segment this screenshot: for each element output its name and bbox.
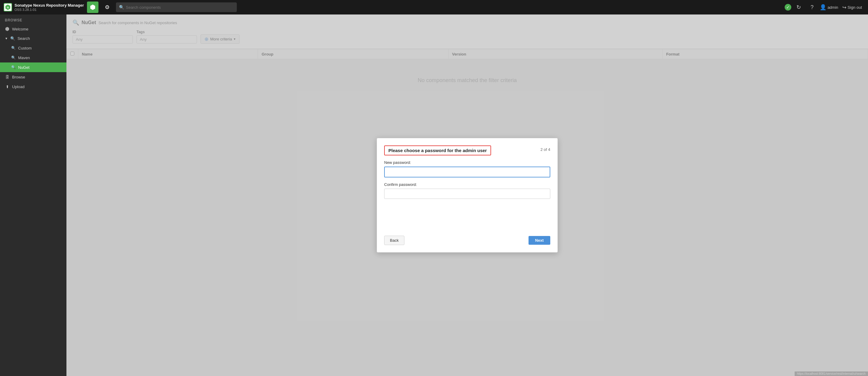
brand: N Sonatype Nexus Repository Manager OSS …: [4, 3, 84, 11]
modal-footer: Back Next: [384, 236, 550, 245]
search-icon: 🔍: [119, 5, 124, 10]
sidebar-item-welcome[interactable]: Welcome: [0, 24, 66, 34]
browse-icon: 🗄: [5, 74, 10, 79]
sidebar-item-search-group[interactable]: ▼ 🔍 Search: [0, 34, 66, 43]
sidebar-item-upload[interactable]: ⬆ Upload: [0, 82, 66, 92]
confirm-password-field: Confirm password:: [384, 182, 550, 199]
modal-overlay: Please choose a password for the admin u…: [66, 14, 868, 376]
sidebar-nuget-label: NuGet: [18, 65, 30, 70]
search-icon-sidebar: 🔍: [10, 36, 15, 41]
sidebar-item-welcome-label: Welcome: [12, 27, 28, 31]
new-password-label: New password:: [384, 160, 550, 165]
status-check-icon: ✓: [785, 4, 791, 10]
search-bar[interactable]: 🔍: [116, 2, 237, 12]
password-modal: Please choose a password for the admin u…: [377, 138, 558, 252]
app-layout: Browse Welcome ▼ 🔍 Search 🔍 Custom 🔍 Mav…: [0, 14, 868, 376]
main-content: 🔍 NuGet Search for components in NuGet r…: [66, 14, 868, 376]
topnav: N Sonatype Nexus Repository Manager OSS …: [0, 0, 868, 14]
sidebar: Browse Welcome ▼ 🔍 Search 🔍 Custom 🔍 Mav…: [0, 14, 66, 376]
topnav-right: ✓ ↻ ? 👤 admin ↪ Sign out: [785, 1, 864, 13]
sidebar-maven-label: Maven: [18, 56, 30, 60]
modal-title-box: Please choose a password for the admin u…: [384, 145, 491, 156]
app-name: Sonatype Nexus Repository Manager: [14, 3, 84, 8]
sidebar-item-nuget[interactable]: 🔍 NuGet: [0, 63, 66, 72]
svg-marker-2: [90, 4, 95, 10]
upload-icon: ⬆: [5, 84, 10, 89]
user-menu[interactable]: 👤 admin: [820, 4, 838, 10]
settings-icon-btn[interactable]: ⚙: [101, 1, 113, 13]
search-input[interactable]: [126, 5, 234, 10]
chevron-down-icon: ▼: [5, 37, 8, 40]
search-icon-custom: 🔍: [11, 45, 16, 50]
confirm-password-label: Confirm password:: [384, 182, 550, 187]
help-icon: ?: [811, 4, 814, 10]
signout-icon: ↪: [842, 4, 846, 10]
sidebar-custom-label: Custom: [18, 46, 32, 50]
app-logo: N: [4, 3, 12, 11]
refresh-icon: ↻: [797, 4, 801, 10]
sidebar-item-custom[interactable]: 🔍 Custom: [0, 43, 66, 53]
sidebar-upload-label: Upload: [12, 84, 25, 89]
sidebar-browse-label: Browse: [12, 75, 25, 79]
search-icon-maven: 🔍: [11, 55, 16, 60]
refresh-button[interactable]: ↻: [793, 1, 805, 13]
app-version: OSS 3.28.1-01: [14, 8, 84, 11]
signout-button[interactable]: ↪ Sign out: [840, 3, 864, 11]
new-password-field: New password:: [384, 160, 550, 177]
modal-step: 2 of 4: [540, 145, 550, 152]
modal-header: Please choose a password for the admin u…: [384, 145, 550, 156]
hexagon-icon: [5, 27, 10, 31]
next-button[interactable]: Next: [529, 236, 550, 245]
confirm-password-input[interactable]: [384, 189, 550, 199]
user-icon: 👤: [820, 4, 826, 10]
svg-text:N: N: [7, 6, 9, 9]
search-icon-nuget: 🔍: [11, 65, 16, 70]
svg-marker-3: [5, 27, 9, 31]
help-button[interactable]: ?: [806, 1, 818, 13]
sidebar-search-label: Search: [18, 36, 30, 41]
modal-title: Please choose a password for the admin u…: [389, 148, 487, 153]
sidebar-browse-title: Browse: [0, 14, 66, 24]
username-label: admin: [828, 5, 838, 10]
app-title-group: Sonatype Nexus Repository Manager OSS 3.…: [14, 3, 84, 11]
sidebar-item-browse[interactable]: 🗄 Browse: [0, 72, 66, 82]
back-button[interactable]: Back: [384, 236, 404, 245]
new-password-input[interactable]: [384, 167, 550, 177]
gear-icon: ⚙: [105, 4, 110, 10]
signout-label: Sign out: [847, 5, 862, 10]
sidebar-item-maven[interactable]: 🔍 Maven: [0, 53, 66, 63]
browse-icon-btn[interactable]: [87, 1, 98, 13]
